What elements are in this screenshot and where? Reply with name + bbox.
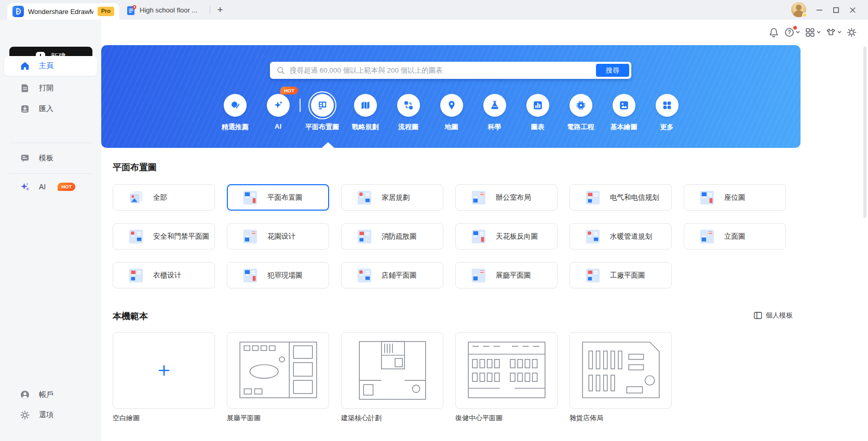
banner-category-7[interactable]: 圖表 [516, 91, 559, 132]
search-icon [277, 66, 285, 75]
settings-icon[interactable] [846, 27, 857, 38]
banner-category-2[interactable]: 平面布置圖 [301, 91, 344, 132]
banner-category-label: 更多 [660, 122, 674, 132]
wardrobe-design-thumb-icon [127, 267, 145, 284]
tab-document[interactable]: High school floor ... [123, 0, 201, 20]
fire-evacuation-thumb-icon [356, 228, 373, 245]
sidebar-item-import[interactable]: 匯入 [4, 99, 97, 119]
search-input[interactable] [290, 66, 596, 74]
maximize-button[interactable] [828, 0, 844, 20]
apps-icon[interactable] [805, 27, 821, 38]
svg-text:?: ? [788, 30, 791, 35]
template-name: 展廳平面圖 [227, 414, 329, 423]
banner-category-8[interactable]: 電路工程 [559, 91, 602, 132]
vertical-scrollbar[interactable] [863, 47, 866, 218]
tab-edrawmax-home[interactable]: Wondershare EdrawMax Pro [7, 3, 119, 20]
category-card-1[interactable]: 平面布置圖 [227, 184, 329, 211]
category-card-label: 立面圖 [724, 232, 745, 241]
category-card-8[interactable]: 消防疏散圖 [341, 223, 443, 250]
user-avatar[interactable] [791, 2, 806, 17]
category-ring [610, 91, 638, 119]
local-template-row: 空白繪圖展廳平面圖建築核心計劃復健中心平面圖雜貨店佈局 [113, 332, 672, 423]
banner-category-label: 科學 [488, 122, 501, 132]
security-access-thumb-icon [127, 228, 145, 245]
category-card-7[interactable]: 花園设计 [227, 223, 329, 250]
section-title-local-templates: 本機範本 [113, 310, 148, 322]
category-card-11[interactable]: 立面圖 [684, 223, 786, 250]
sidebar-item-options[interactable]: 選項 [4, 405, 97, 425]
template-card[interactable] [569, 332, 672, 409]
category-card-13[interactable]: 犯罪現場圖 [227, 262, 329, 288]
category-card-6[interactable]: 安全和門禁平面圖 [113, 223, 215, 250]
options-gear-icon [20, 410, 30, 420]
category-card-5[interactable]: 座位圖 [684, 184, 786, 211]
banner-category-0[interactable]: 精選推薦 [213, 91, 256, 132]
minimize-button[interactable] [811, 0, 828, 20]
floor-plan-icon [311, 94, 334, 117]
category-card-16[interactable]: 工廠平面圖 [569, 262, 672, 288]
electrical-telecom-thumb-icon [584, 189, 602, 206]
local-template-1: 展廳平面圖 [227, 332, 329, 423]
help-icon[interactable]: ? [784, 27, 800, 38]
sidebar-item-label: 打開 [39, 84, 53, 93]
flowchart-icon [397, 94, 420, 117]
sidebar-divider [9, 143, 92, 143]
elevation-thumb-icon [698, 228, 716, 245]
banner-category-4[interactable]: 流程圖 [387, 91, 430, 132]
category-ring [567, 91, 595, 119]
sidebar-item-templates[interactable]: 模板 [4, 148, 97, 168]
category-ring [481, 91, 509, 119]
banner-category-10[interactable]: 更多 [645, 91, 688, 132]
category-card-15[interactable]: 展廳平面圖 [455, 262, 558, 288]
search-button[interactable]: 搜尋 [596, 64, 629, 77]
search-bar: 搜尋 [270, 62, 631, 79]
theme-icon[interactable] [825, 27, 842, 38]
pro-badge: Pro [98, 7, 114, 16]
sidebar-item-ai[interactable]: AI HOT [4, 177, 97, 197]
close-button[interactable] [845, 0, 861, 20]
banner-category-label: 基本繪圖 [611, 122, 638, 132]
factory-plan-thumb-icon [584, 267, 602, 284]
banner-category-1[interactable]: HOTAI [256, 91, 300, 130]
banner-category-row: 精選推薦HOTAI平面布置圖戰略規劃流程圖地圖科學圖表電路工程基本繪圖更多 [101, 91, 801, 132]
home-plan-thumb-icon [356, 189, 373, 206]
template-card[interactable] [227, 332, 329, 409]
sidebar-item-label: 匯入 [39, 104, 53, 114]
banner-category-3[interactable]: 戰略規劃 [344, 91, 387, 132]
new-tab-button[interactable]: + [214, 4, 226, 16]
category-card-10[interactable]: 水暖管道規划 [569, 223, 672, 250]
template-card[interactable] [455, 332, 558, 409]
banner-category-6[interactable]: 科學 [473, 91, 516, 132]
category-card-2[interactable]: 家居規劃 [341, 184, 443, 211]
banner-category-9[interactable]: 基本繪圖 [602, 91, 645, 132]
notification-bell-icon[interactable] [768, 27, 779, 38]
selected-category-ring [308, 91, 336, 119]
category-card-label: 消防疏散圖 [382, 232, 417, 241]
template-card[interactable] [341, 332, 443, 409]
chevron-down-icon [837, 31, 842, 34]
sidebar-item-account[interactable]: 帳戶 [4, 385, 97, 405]
selected-category-pointer [322, 142, 334, 148]
category-card-14[interactable]: 店鋪平面圖 [341, 262, 443, 288]
document-icon [20, 83, 30, 93]
chevron-down-icon [796, 31, 800, 34]
category-card-3[interactable]: 辦公室布局 [455, 184, 558, 211]
sidebar-item-home[interactable]: 主頁 [4, 56, 97, 76]
category-ring [438, 91, 466, 119]
category-card-label: 安全和門禁平面圖 [153, 232, 209, 241]
sidebar: 新建 主頁 打開 匯入 模板 AI HOT 帳戶 [0, 20, 101, 441]
sidebar-item-label: 帳戶 [39, 390, 53, 399]
category-card-0[interactable]: 全部 [113, 184, 215, 211]
seating-chart-thumb-icon [698, 189, 716, 206]
blank-drawing-card[interactable] [113, 332, 215, 409]
category-card-4[interactable]: 电气和电信规划 [569, 184, 672, 211]
banner-category-5[interactable]: 地圖 [430, 91, 473, 132]
category-card-label: 天花板反向圖 [496, 232, 538, 241]
sidebar-item-open[interactable]: 打開 [4, 78, 97, 98]
banner-category-label: 平面布置圖 [305, 122, 339, 132]
category-card-12[interactable]: 衣櫃设计 [113, 262, 215, 288]
category-card-9[interactable]: 天花板反向圖 [455, 223, 558, 250]
category-card-label: 家居規劃 [382, 193, 410, 202]
more-grid-icon [656, 94, 679, 117]
personal-templates-link[interactable]: 個人模板 [754, 311, 793, 320]
